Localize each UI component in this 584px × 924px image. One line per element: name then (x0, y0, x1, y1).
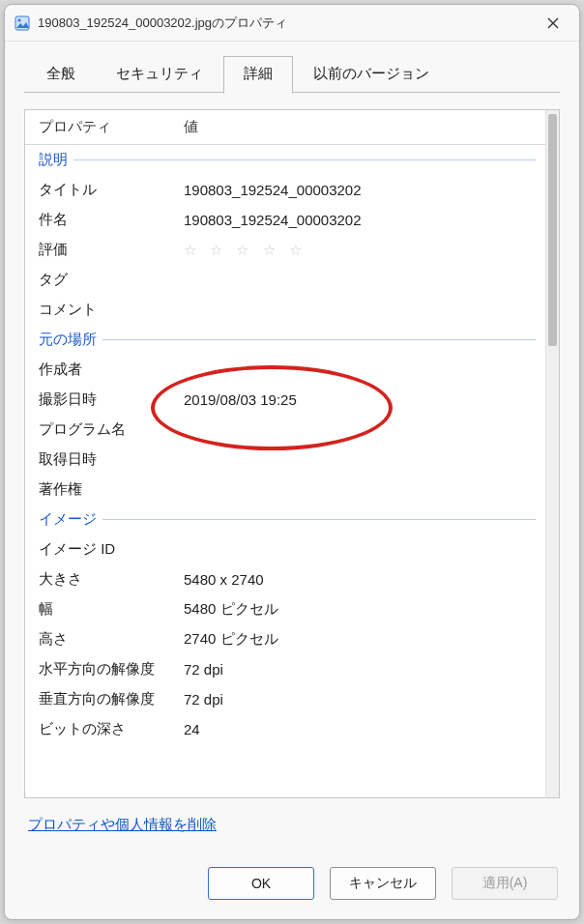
svg-point-1 (17, 18, 20, 21)
dim-value: 5480 x 2740 (170, 564, 545, 594)
vres-value: 72 dpi (170, 684, 545, 714)
row-acquired[interactable]: 取得日時 (25, 445, 545, 475)
height-value: 2740 ピクセル (170, 624, 545, 654)
section-description: 説明 (39, 151, 68, 169)
hres-value: 72 dpi (170, 654, 545, 684)
row-dimensions[interactable]: 大きさ 5480 x 2740 (25, 564, 545, 594)
content-area: プロパティ 値 説明 タイトル 190803_192524_00003202 件… (5, 94, 579, 850)
ok-button[interactable]: OK (208, 867, 314, 900)
row-tags[interactable]: タグ (25, 265, 545, 295)
row-date-taken[interactable]: 撮影日時 2019/08/03 19:25 (25, 385, 545, 415)
close-button[interactable] (533, 9, 573, 38)
width-key: 幅 (25, 594, 170, 624)
row-title[interactable]: タイトル 190803_192524_00003202 (25, 175, 545, 205)
cancel-button[interactable]: キャンセル (330, 867, 436, 900)
tab-previous-versions[interactable]: 以前のバージョン (293, 56, 450, 94)
dialog-buttons: OK キャンセル 適用(A) (5, 850, 579, 919)
section-image: イメージ (39, 510, 97, 529)
taken-key: 撮影日時 (25, 385, 170, 415)
title-value: 190803_192524_00003202 (170, 175, 545, 205)
row-copyright[interactable]: 著作権 (25, 475, 545, 505)
imageid-value (170, 534, 545, 564)
tags-value (170, 265, 545, 295)
rating-stars[interactable]: ☆ ☆ ☆ ☆ ☆ (170, 235, 545, 265)
file-icon (15, 15, 30, 31)
title-key: タイトル (25, 175, 170, 205)
property-list[interactable]: プロパティ 値 説明 タイトル 190803_192524_00003202 件… (25, 110, 545, 797)
row-bitdepth[interactable]: ビットの深さ 24 (25, 714, 545, 744)
row-image-id[interactable]: イメージ ID (25, 534, 545, 564)
bit-key: ビットの深さ (25, 714, 170, 744)
height-key: 高さ (25, 624, 170, 654)
tab-details[interactable]: 詳細 (223, 56, 293, 94)
tab-security[interactable]: セキュリティ (96, 56, 223, 94)
row-program[interactable]: プログラム名 (25, 415, 545, 445)
vres-key: 垂直方向の解像度 (25, 684, 170, 714)
remove-properties-link[interactable]: プロパティや個人情報を削除 (28, 816, 217, 832)
column-value[interactable]: 値 (170, 110, 545, 145)
property-list-panel: プロパティ 値 説明 タイトル 190803_192524_00003202 件… (24, 109, 560, 798)
program-key: プログラム名 (25, 415, 170, 445)
row-width[interactable]: 幅 5480 ピクセル (25, 594, 545, 624)
column-property[interactable]: プロパティ (25, 110, 170, 145)
apply-button[interactable]: 適用(A) (452, 867, 558, 900)
subject-key: 件名 (25, 205, 170, 235)
title-bar: 190803_192524_00003202.jpgのプロパティ (5, 5, 579, 42)
row-hres[interactable]: 水平方向の解像度 72 dpi (25, 654, 545, 684)
subject-value: 190803_192524_00003202 (170, 205, 545, 235)
comment-value (170, 295, 545, 325)
bit-value: 24 (170, 714, 545, 744)
window-title: 190803_192524_00003202.jpgのプロパティ (38, 14, 533, 32)
tab-general[interactable]: 全般 (26, 56, 96, 94)
hres-key: 水平方向の解像度 (25, 654, 170, 684)
dim-key: 大きさ (25, 564, 170, 594)
properties-dialog: 190803_192524_00003202.jpgのプロパティ 全般 セキュリ… (4, 4, 580, 920)
row-comment[interactable]: コメント (25, 295, 545, 325)
program-value (170, 415, 545, 445)
row-subject[interactable]: 件名 190803_192524_00003202 (25, 205, 545, 235)
tab-bar: 全般 セキュリティ 詳細 以前のバージョン (5, 42, 579, 93)
section-origin: 元の場所 (39, 331, 97, 349)
acq-key: 取得日時 (25, 445, 170, 475)
imageid-key: イメージ ID (25, 534, 170, 564)
row-vres[interactable]: 垂直方向の解像度 72 dpi (25, 684, 545, 714)
acq-value (170, 445, 545, 475)
comment-key: コメント (25, 295, 170, 325)
width-value: 5480 ピクセル (170, 594, 545, 624)
scrollbar-thumb[interactable] (548, 114, 557, 346)
row-height[interactable]: 高さ 2740 ピクセル (25, 624, 545, 654)
tags-key: タグ (25, 265, 170, 295)
taken-value: 2019/08/03 19:25 (170, 385, 545, 415)
row-author[interactable]: 作成者 (25, 355, 545, 385)
rating-key: 評価 (25, 235, 170, 265)
row-rating[interactable]: 評価 ☆ ☆ ☆ ☆ ☆ (25, 235, 545, 265)
author-value (170, 355, 545, 385)
copyright-value (170, 475, 545, 505)
copyright-key: 著作権 (25, 475, 170, 505)
author-key: 作成者 (25, 355, 170, 385)
vertical-scrollbar[interactable] (545, 110, 559, 797)
